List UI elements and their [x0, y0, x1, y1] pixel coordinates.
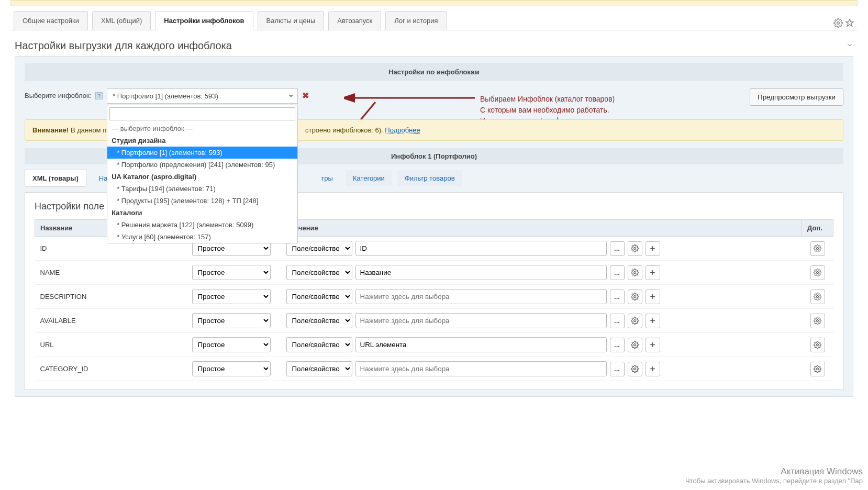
help-icon[interactable]: ?	[95, 92, 103, 99]
row-settings-icon[interactable]	[810, 314, 825, 328]
browse-button[interactable]: ...	[610, 362, 625, 376]
warning-more-link[interactable]: Подробнее	[385, 126, 420, 134]
iblock-settings-section: Настройки по инфоблокам Выберите инфобло…	[15, 56, 853, 397]
field-gear-icon[interactable]	[628, 265, 642, 280]
field-value-input[interactable]	[355, 289, 607, 304]
add-icon[interactable]	[646, 265, 660, 280]
field-gear-icon[interactable]	[628, 241, 642, 256]
tab-autorun[interactable]: Автозапуск	[328, 11, 381, 30]
browse-button[interactable]: ...	[610, 265, 625, 280]
col-dop: Доп.	[802, 220, 833, 237]
tab-general[interactable]: Общие настройки	[14, 11, 88, 30]
field-source-select[interactable]: Поле/свойство	[286, 313, 352, 328]
field-value-input[interactable]	[355, 361, 607, 376]
svg-point-22	[817, 344, 819, 346]
option-products[interactable]: * Продукты [195] (элементов: 128) + ТП […	[107, 195, 297, 207]
add-icon[interactable]	[646, 362, 660, 376]
preview-export-button[interactable]: Предпросмотр выгрузки	[750, 88, 843, 106]
field-type-select[interactable]: Простое	[192, 337, 271, 352]
gear-icon[interactable]	[833, 18, 843, 28]
warning-text-right: строено инфоблоков: 6).	[305, 126, 385, 134]
annotation-line2: С которым вам необходимо работать.	[480, 105, 615, 116]
optgroup-0: Студия дизайна	[107, 135, 297, 147]
field-name: NAME	[35, 261, 187, 285]
field-type-select[interactable]: Простое	[192, 361, 271, 376]
svg-point-14	[817, 296, 819, 298]
iblock-select[interactable]: * Портфолио [1] (элементов: 593) --- выб…	[107, 88, 298, 104]
field-gear-icon[interactable]	[628, 338, 642, 352]
tab-iblock-settings[interactable]: Настройки инфоблоков	[155, 11, 253, 30]
field-type-select[interactable]: Простое	[192, 289, 271, 304]
field-type-select[interactable]: Простое	[192, 313, 271, 328]
svg-point-18	[817, 320, 819, 322]
browse-button[interactable]: ...	[610, 241, 625, 256]
pin-icon[interactable]	[845, 18, 854, 28]
inner-tab-xml-goods[interactable]: XML (товары)	[25, 170, 86, 187]
row-settings-icon[interactable]	[810, 362, 825, 376]
option-placeholder[interactable]: --- выберите инфоблок ---	[107, 122, 297, 135]
field-source-select[interactable]: Поле/свойство	[286, 289, 352, 304]
field-value-input[interactable]	[355, 265, 607, 280]
table-row: URLПростоеПоле/свойство...	[35, 333, 833, 357]
inner-tab-filter[interactable]: Фильтр товаров	[397, 170, 462, 186]
option-portfolio-1[interactable]: * Портфолио [1] (элементов: 593)	[107, 147, 297, 159]
field-name: CATEGORY_ID	[35, 357, 187, 381]
add-icon[interactable]	[646, 314, 660, 328]
fields-table: Название Тип Значение Доп. IDПростоеПоле…	[35, 219, 833, 381]
field-name: URL	[35, 333, 187, 357]
tab-currencies[interactable]: Валюты и цены	[258, 11, 325, 30]
table-row: DESCRIPTIONПростоеПоле/свойство...	[35, 285, 833, 309]
field-source-select[interactable]: Поле/свойство	[286, 361, 352, 376]
browse-button[interactable]: ...	[610, 338, 625, 352]
add-icon[interactable]	[646, 338, 660, 352]
inner-tab-truncated-right[interactable]: тры	[314, 170, 340, 186]
table-row: CATEGORY_IDПростоеПоле/свойство...	[35, 357, 833, 381]
row-settings-icon[interactable]	[810, 265, 825, 280]
option-services[interactable]: * Услуги [60] (элементов: 157)	[107, 231, 297, 243]
iblock-dropdown: --- выберите инфоблок --- Студия дизайна…	[107, 105, 298, 243]
field-name: DESCRIPTION	[35, 285, 187, 309]
page-title: Настройки выгрузки для каждого инфоблока	[15, 40, 232, 52]
svg-point-6	[817, 248, 819, 250]
inner-tab-categories[interactable]: Категории	[346, 170, 392, 186]
field-source-select[interactable]: Поле/свойство	[286, 337, 352, 352]
svg-point-23	[634, 368, 636, 370]
optgroup-1: UA Каталог (aspro.digital)	[107, 171, 297, 183]
option-solutions[interactable]: * Решения маркета [122] (элементов: 5099…	[107, 219, 297, 231]
iblock-select-display[interactable]: * Портфолио [1] (элементов: 593)	[107, 88, 298, 104]
field-gear-icon[interactable]	[628, 314, 642, 328]
browse-button[interactable]: ...	[610, 289, 625, 304]
svg-point-11	[634, 296, 636, 298]
col-value: Значение	[281, 220, 802, 237]
svg-point-19	[634, 344, 636, 346]
svg-point-0	[837, 22, 840, 25]
svg-point-26	[817, 368, 819, 370]
chevron-down-icon[interactable]	[846, 41, 853, 50]
iblock-search-input[interactable]	[109, 107, 295, 120]
tab-log[interactable]: Лог и история	[385, 11, 447, 30]
field-source-select[interactable]: Поле/свойство	[286, 265, 352, 280]
field-type-select[interactable]: Простое	[192, 265, 271, 280]
remove-iblock-icon[interactable]: ✖	[302, 88, 309, 101]
warning-prefix: Внимание!	[32, 126, 69, 134]
svg-point-7	[634, 272, 636, 274]
field-name: AVAILABLE	[35, 309, 187, 333]
row-settings-icon[interactable]	[810, 289, 825, 304]
row-settings-icon[interactable]	[810, 241, 825, 256]
table-row: AVAILABLEПростоеПоле/свойство...	[35, 309, 833, 333]
field-value-input[interactable]	[355, 313, 607, 328]
field-value-input[interactable]	[355, 337, 607, 352]
option-tariffs[interactable]: * Тарифы [194] (элементов: 71)	[107, 183, 297, 195]
field-gear-icon[interactable]	[628, 362, 642, 376]
option-portfolio-offers[interactable]: * Портфолио (предложения) [241] (элемент…	[107, 159, 297, 171]
svg-point-15	[634, 320, 636, 322]
field-gear-icon[interactable]	[628, 289, 642, 304]
tab-xml-general[interactable]: XML (общий)	[92, 11, 151, 30]
add-icon[interactable]	[646, 289, 660, 304]
field-value-input[interactable]	[355, 241, 607, 256]
svg-point-3	[634, 248, 636, 250]
table-row: NAMEПростоеПоле/свойство...	[35, 261, 833, 285]
browse-button[interactable]: ...	[610, 314, 625, 328]
row-settings-icon[interactable]	[810, 338, 825, 352]
add-icon[interactable]	[646, 241, 660, 256]
